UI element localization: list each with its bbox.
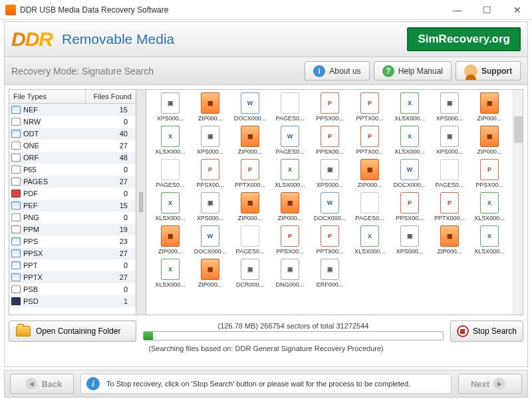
file-item[interactable]: ZIP000...: [150, 225, 190, 255]
file-type-row[interactable]: PSB0: [9, 283, 136, 295]
file-item[interactable]: XLSX000...: [390, 126, 430, 155]
file-item[interactable]: XPS000...: [150, 92, 190, 122]
file-type-row[interactable]: NRW0: [9, 116, 136, 128]
file-item[interactable]: XLSX000...: [390, 92, 430, 122]
file-item[interactable]: DOCX000...: [390, 159, 430, 188]
file-item[interactable]: XPS000...: [190, 126, 230, 155]
file-type-row[interactable]: PPM19: [9, 223, 136, 235]
file-item[interactable]: XLSX000...: [469, 225, 509, 255]
maximize-button[interactable]: ☐: [472, 0, 502, 20]
file-item[interactable]: XPS000...: [430, 126, 469, 155]
splitter[interactable]: [136, 89, 146, 315]
file-item[interactable]: PPTX00...: [350, 92, 390, 122]
file-item[interactable]: ERF000...: [310, 259, 350, 288]
header-title: Removable Media: [62, 31, 407, 47]
next-button[interactable]: Next►: [458, 374, 522, 394]
file-item[interactable]: ZIP000...: [230, 192, 270, 221]
file-item[interactable]: XPS000...: [390, 225, 430, 255]
file-item[interactable]: XLSX000...: [350, 225, 390, 255]
file-item[interactable]: ZIP000...: [190, 92, 230, 122]
file-item[interactable]: XPS000...: [430, 92, 469, 122]
file-icon: [281, 159, 299, 180]
file-item[interactable]: ZIP000...: [430, 225, 469, 255]
file-item[interactable]: PPSX00...: [310, 126, 350, 155]
file-type-row[interactable]: ORF48: [9, 152, 136, 164]
file-grid[interactable]: XPS000...ZIP000...DOCX000...PAGES0...PPS…: [146, 90, 523, 295]
file-item[interactable]: ZIP000...: [190, 259, 230, 288]
file-item[interactable]: PAGES0...: [430, 159, 469, 188]
file-item[interactable]: PPSX00...: [310, 92, 350, 122]
file-label: XLSX000...: [469, 248, 509, 255]
file-count: 19: [84, 225, 136, 233]
file-item[interactable]: ZIP000...: [230, 126, 270, 155]
file-type-row[interactable]: PNG0: [9, 211, 136, 223]
progress-fill: [144, 332, 153, 340]
file-item[interactable]: DOCX000...: [190, 225, 230, 255]
support-button[interactable]: Support: [456, 61, 521, 80]
file-item[interactable]: XPS000...: [190, 192, 230, 221]
scrollbar[interactable]: [513, 90, 523, 315]
file-item[interactable]: PPSX00...: [390, 192, 430, 221]
file-item[interactable]: PAGES0...: [270, 126, 310, 155]
file-type-row[interactable]: PPT0: [9, 259, 136, 271]
file-type-icon: [11, 118, 21, 126]
file-item[interactable]: ZIP000...: [270, 192, 310, 221]
file-item[interactable]: PPSX00...: [270, 225, 310, 255]
file-type-row[interactable]: NEF15: [9, 104, 136, 116]
file-item[interactable]: DCR000...: [230, 259, 270, 288]
file-item[interactable]: ZIP000...: [469, 92, 509, 122]
file-type-row[interactable]: ODT40: [9, 128, 136, 140]
file-item[interactable]: PPSX00...: [190, 159, 230, 188]
file-item[interactable]: XPS000...: [310, 159, 350, 188]
file-item[interactable]: XLSX000...: [150, 126, 190, 155]
file-item[interactable]: PAGES0...: [270, 92, 310, 122]
file-type-row[interactable]: ONE27: [9, 140, 136, 152]
file-item[interactable]: PPTX00...: [350, 126, 390, 155]
file-label: PPTX000...: [230, 182, 270, 188]
open-containing-folder-button[interactable]: Open Containing Folder: [9, 321, 136, 342]
scrollbar-thumb[interactable]: [514, 116, 523, 143]
file-item[interactable]: DNG000...: [270, 259, 310, 288]
file-item[interactable]: XLSX000...: [150, 192, 190, 221]
close-button[interactable]: ✕: [502, 0, 532, 20]
file-item[interactable]: DOCX000...: [310, 192, 350, 221]
file-item[interactable]: XLSX000...: [150, 259, 190, 288]
file-item[interactable]: ZIP000...: [350, 159, 390, 188]
sim-recovery-badge[interactable]: SimRecovery.org: [407, 27, 521, 51]
file-item[interactable]: XLSX000...: [270, 159, 310, 188]
file-item[interactable]: PAGES0...: [350, 192, 390, 221]
file-item[interactable]: DOCX000...: [230, 92, 270, 122]
minimize-button[interactable]: —: [442, 0, 472, 20]
back-button[interactable]: ◄Back: [10, 374, 74, 394]
file-type-row[interactable]: P650: [9, 164, 136, 176]
file-type-row[interactable]: PPTX27: [9, 271, 136, 283]
file-icon: [281, 192, 299, 213]
file-icon: [400, 159, 419, 180]
file-item[interactable]: PPTX00...: [310, 225, 350, 255]
file-item[interactable]: PPTX000...: [430, 192, 469, 221]
file-item[interactable]: PAGES0...: [230, 225, 270, 255]
file-types-list[interactable]: NEF15NRW0ODT40ONE27ORF48P650PAGES27PDF0P…: [9, 104, 136, 315]
help-manual-button[interactable]: ?Help Manual: [374, 61, 452, 80]
file-type-row[interactable]: PEF15: [9, 200, 136, 211]
file-label: PAGES0...: [270, 148, 310, 155]
file-item[interactable]: PPTX000...: [230, 159, 270, 188]
file-item[interactable]: PAGES0...: [150, 159, 190, 188]
col-file-types[interactable]: File Types: [9, 90, 86, 103]
file-item[interactable]: XLSX000...: [469, 192, 509, 221]
file-item[interactable]: PPSX00...: [469, 159, 509, 188]
file-type-row[interactable]: PPS23: [9, 235, 136, 247]
about-button[interactable]: iAbout us: [305, 61, 369, 80]
file-type-row[interactable]: PPSX27: [9, 247, 136, 259]
stop-search-button[interactable]: Stop Search: [450, 321, 523, 342]
file-icon: [321, 192, 339, 213]
file-type-icon: [11, 237, 21, 245]
col-files-found[interactable]: Files Found: [86, 90, 136, 103]
file-label: ZIP000...: [190, 281, 230, 288]
file-count: 0: [84, 213, 136, 221]
file-item[interactable]: ZIP000...: [469, 126, 509, 155]
file-label: PPSX00...: [469, 182, 509, 188]
file-type-row[interactable]: PSD1: [9, 295, 136, 307]
file-type-row[interactable]: PDF0: [9, 188, 136, 200]
file-type-row[interactable]: PAGES27: [9, 176, 136, 188]
